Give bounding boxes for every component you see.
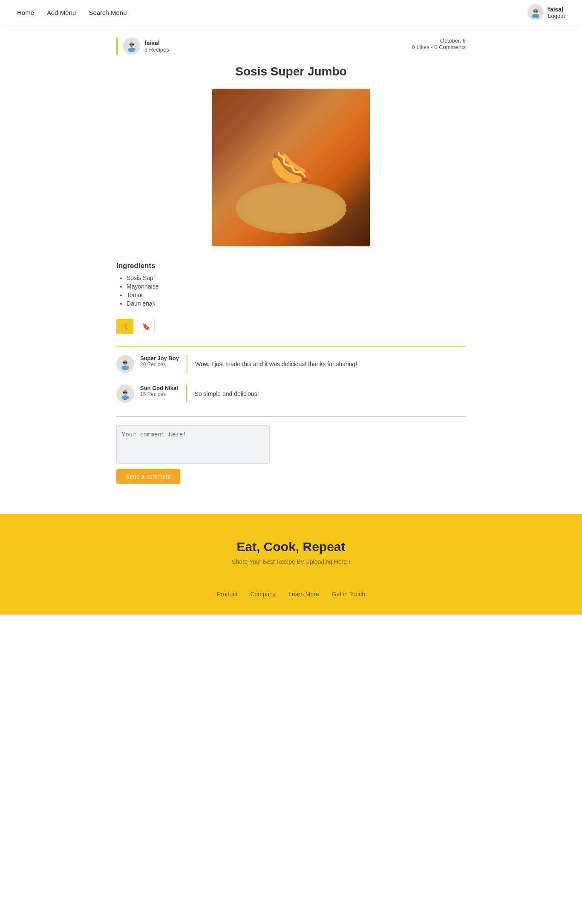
comment-vertical-divider bbox=[186, 385, 187, 403]
footer-links: Product Company Learn More Get in Touch bbox=[9, 591, 573, 598]
comment-author-recipes: 20 Recipes bbox=[140, 361, 179, 367]
nav-search-menu[interactable]: Search Menu bbox=[89, 9, 127, 16]
bookmark-button[interactable]: 🔖 bbox=[138, 319, 155, 334]
nav-add-menu[interactable]: Add Menu bbox=[47, 9, 76, 16]
ingredient-item: Daun enak bbox=[127, 300, 466, 307]
comment-avatar bbox=[116, 355, 134, 373]
footer: Eat, Cook, Repeat Share Your Best Recipe… bbox=[0, 514, 582, 615]
footer-link-company[interactable]: Company bbox=[250, 591, 276, 598]
post-header: faisal 3 Recipes October, 6 0 Likes - 0 … bbox=[116, 38, 466, 55]
comment-author-name: Sun God Nika! bbox=[140, 385, 179, 391]
author-recipes: 3 Recipes bbox=[144, 46, 169, 53]
comment-avatar bbox=[116, 385, 134, 403]
comment-text: Wow, I just made this and it was delicio… bbox=[195, 361, 357, 367]
action-buttons: 👍 🔖 bbox=[116, 319, 466, 334]
nav-user-info: faisal Logout bbox=[548, 6, 565, 19]
footer-subtitle: Share Your Best Recipe By Uploading Here… bbox=[9, 558, 573, 565]
svg-point-12 bbox=[121, 366, 129, 370]
ingredient-item: Mayonnaise bbox=[127, 283, 466, 290]
comment-author-info: Super Joy Boy 20 Recipes bbox=[140, 355, 179, 367]
like-button[interactable]: 👍 bbox=[116, 319, 133, 334]
ingredients-list: Sosis Sapi Mayonnaise Tomat Daun enak bbox=[116, 274, 466, 307]
send-comment-button[interactable]: Send a comment bbox=[116, 469, 180, 484]
comment-input[interactable] bbox=[116, 425, 270, 464]
svg-rect-19 bbox=[126, 392, 127, 393]
svg-rect-14 bbox=[126, 362, 127, 364]
ingredient-item: Sosis Sapi bbox=[127, 274, 466, 281]
author-name: faisal bbox=[144, 40, 169, 46]
footer-link-product[interactable]: Product bbox=[217, 591, 237, 598]
footer-link-get-in-touch[interactable]: Get in Touch bbox=[332, 591, 365, 598]
recipe-title: Sosis Super Jumbo bbox=[116, 65, 466, 78]
nav-home[interactable]: Home bbox=[17, 9, 34, 16]
divider-top bbox=[116, 346, 466, 346]
ingredients-section: Ingredients Sosis Sapi Mayonnaise Tomat … bbox=[116, 262, 466, 307]
comment-item: Sun God Nika! 15 Recipes So simple and d… bbox=[116, 385, 466, 403]
svg-rect-18 bbox=[123, 392, 125, 393]
nav-username: faisal bbox=[548, 6, 563, 13]
svg-point-1 bbox=[532, 14, 539, 19]
logout-button[interactable]: Logout bbox=[548, 13, 565, 19]
navbar: Home Add Menu Search Menu faisal Logout bbox=[0, 0, 582, 25]
author-avatar bbox=[123, 38, 140, 55]
comment-author-info: Sun God Nika! 15 Recipes bbox=[140, 385, 179, 397]
comment-item: Super Joy Boy 20 Recipes Wow, I just mad… bbox=[116, 355, 466, 373]
ingredients-title: Ingredients bbox=[116, 262, 466, 270]
comments-section: Super Joy Boy 20 Recipes Wow, I just mad… bbox=[116, 355, 466, 403]
svg-rect-9 bbox=[132, 44, 134, 46]
svg-rect-8 bbox=[130, 44, 131, 46]
comment-author-name: Super Joy Boy bbox=[140, 355, 179, 361]
comment-form: Send a comment bbox=[116, 425, 466, 484]
footer-tagline: Eat, Cook, Repeat bbox=[9, 540, 573, 554]
author-details: faisal 3 Recipes bbox=[144, 40, 169, 53]
post-stats: 0 Likes - 0 Comments bbox=[412, 44, 466, 50]
recipe-image bbox=[212, 89, 370, 246]
footer-link-learn-more[interactable]: Learn More bbox=[288, 591, 319, 598]
comment-text: So simple and delicious! bbox=[195, 390, 259, 397]
comment-author-recipes: 15 Recipes bbox=[140, 391, 179, 397]
post-date: October, 6 bbox=[412, 38, 466, 44]
svg-rect-4 bbox=[536, 11, 538, 12]
recipe-image-container bbox=[116, 89, 466, 248]
svg-rect-13 bbox=[123, 362, 125, 364]
svg-point-7 bbox=[128, 48, 135, 52]
nav-links: Home Add Menu Search Menu bbox=[17, 9, 127, 16]
ingredient-item: Tomat bbox=[127, 292, 466, 298]
post-author: faisal 3 Recipes bbox=[123, 38, 169, 55]
comment-vertical-divider bbox=[187, 355, 187, 373]
avatar bbox=[527, 4, 544, 20]
svg-rect-3 bbox=[533, 11, 535, 12]
nav-user-area: faisal Logout bbox=[527, 4, 565, 20]
svg-point-17 bbox=[121, 396, 129, 400]
main-content: faisal 3 Recipes October, 6 0 Likes - 0 … bbox=[108, 25, 474, 514]
divider-bottom bbox=[116, 416, 466, 417]
post-meta: October, 6 0 Likes - 0 Comments bbox=[412, 38, 466, 50]
